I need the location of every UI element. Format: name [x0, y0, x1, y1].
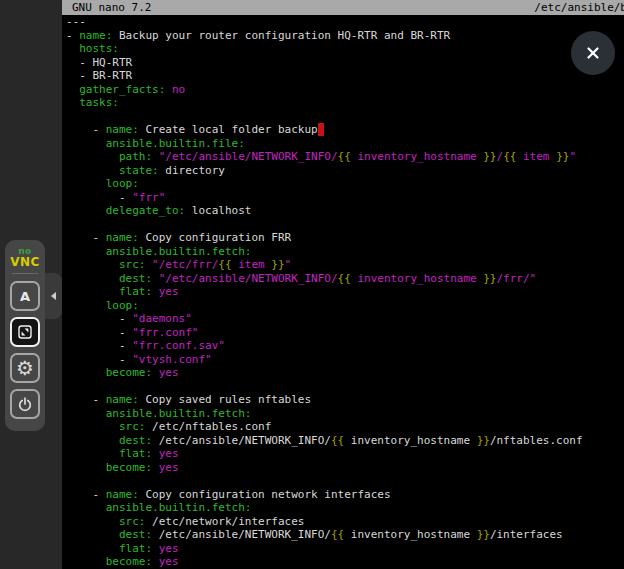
terminal-line: - name: Create local folder backup — [66, 123, 624, 137]
terminal-line: - "frr.conf.sav" — [66, 339, 624, 353]
novnc-control-bar: no VNC A ⚙ — [5, 240, 45, 431]
settings-button[interactable]: ⚙ — [10, 353, 40, 383]
terminal-line: - "frr" — [66, 191, 624, 205]
extra-keys-button[interactable]: A — [10, 281, 40, 311]
terminal-line: flat: yes — [66, 542, 624, 556]
nano-app-title: GNU nano 7.2 — [72, 0, 151, 15]
terminal-line: - name: Copy configuration network inter… — [66, 488, 624, 502]
terminal-line: - name: Copy configuration FRR — [66, 231, 624, 245]
terminal-line: dest: "/etc/ansible/NETWORK_INFO/{{ inve… — [66, 272, 624, 286]
nano-file-path: /etc/ansible/b — [534, 0, 624, 15]
terminal-line: become: yes — [66, 555, 624, 569]
terminal-line: ansible.builtin.fetch: — [66, 407, 624, 421]
terminal-line: src: /etc/nftables.conf — [66, 420, 624, 434]
novnc-logo: no VNC — [10, 247, 40, 268]
terminal-line: ansible.builtin.file: — [66, 137, 624, 151]
sidebar-divider — [12, 273, 38, 274]
terminal-line — [66, 218, 624, 232]
terminal-line: ansible.builtin.fetch: — [66, 501, 624, 515]
terminal-content[interactable]: ---- name: Backup your router configurat… — [62, 15, 624, 569]
terminal-line: - "vtysh.conf" — [66, 353, 624, 367]
terminal-line: - BR-RTR — [66, 69, 624, 83]
power-icon — [17, 396, 33, 412]
terminal-line: become: yes — [66, 366, 624, 380]
terminal-line: path: "/etc/ansible/NETWORK_INFO/{{ inve… — [66, 150, 624, 164]
terminal-line: delegate_to: localhost — [66, 204, 624, 218]
close-button[interactable] — [571, 31, 615, 75]
terminal-line: dest: /etc/ansible/NETWORK_INFO/{{ inven… — [66, 434, 624, 448]
terminal-line: - name: Backup your router configuration… — [66, 29, 624, 43]
terminal-line: - HQ-RTR — [66, 56, 624, 70]
desktop-background: GNU nano 7.2 /etc/ansible/b ---- name: B… — [0, 0, 624, 569]
keyboard-key-icon: A — [20, 289, 30, 304]
terminal-line: - name: Copy saved rules nftables — [66, 393, 624, 407]
terminal-line: tasks: — [66, 96, 624, 110]
power-button[interactable] — [10, 389, 40, 419]
terminal-line: flat: yes — [66, 447, 624, 461]
terminal-line: - "daemons" — [66, 312, 624, 326]
terminal-line — [66, 380, 624, 394]
terminal-line: state: directory — [66, 164, 624, 178]
terminal-window: GNU nano 7.2 /etc/ansible/b ---- name: B… — [62, 0, 624, 569]
terminal-line: - "frr.conf" — [66, 326, 624, 340]
terminal-line: src: "/etc/frr/{{ item }}" — [66, 258, 624, 272]
terminal-line: become: yes — [66, 461, 624, 475]
nano-titlebar: GNU nano 7.2 /etc/ansible/b — [62, 0, 624, 15]
close-icon — [584, 44, 602, 62]
terminal-line: hosts: — [66, 42, 624, 56]
terminal-line: loop: — [66, 177, 624, 191]
control-bar-handle[interactable] — [44, 273, 62, 319]
novnc-logo-vnc: VNC — [10, 256, 40, 268]
collapse-arrow-icon — [51, 292, 56, 300]
terminal-line: flat: yes — [66, 285, 624, 299]
terminal-line: dest: /etc/ansible/NETWORK_INFO/{{ inven… — [66, 528, 624, 542]
terminal-line — [66, 474, 624, 488]
gear-icon: ⚙ — [16, 358, 34, 378]
fullscreen-button[interactable] — [10, 317, 40, 347]
terminal-line — [66, 110, 624, 124]
terminal-line: loop: — [66, 299, 624, 313]
terminal-line: ansible.builtin.fetch: — [66, 245, 624, 259]
terminal-line: gather_facts: no — [66, 83, 624, 97]
terminal-line: --- — [66, 15, 624, 29]
fullscreen-icon — [17, 324, 33, 340]
terminal-line: src: /etc/network/interfaces — [66, 515, 624, 529]
